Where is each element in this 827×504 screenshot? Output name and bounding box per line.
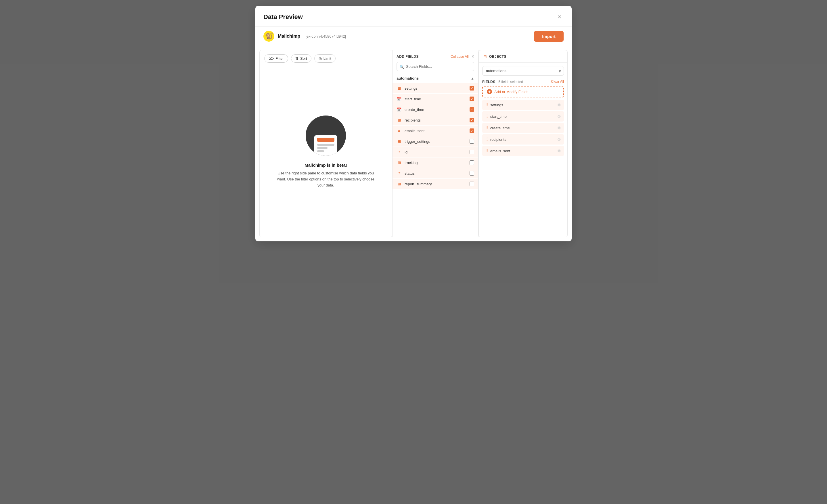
selected-field-create-time: ⠿ create_time ⊗ — [482, 123, 564, 133]
grid-icon: ⊞ — [483, 54, 487, 59]
add-fields-close-button[interactable]: × — [472, 54, 474, 59]
modal-subheader: 🐒 Mailchimp [ex-conn-b458674fd942] Impor… — [255, 27, 572, 46]
field-item-id[interactable]: T id — [392, 147, 478, 157]
drag-handle-emails-sent[interactable]: ⠿ — [485, 149, 488, 153]
field-type-status-icon: T — [396, 171, 402, 176]
modal-header: Data Preview × — [255, 6, 572, 27]
limit-icon: ◎ — [319, 56, 322, 61]
field-type-report-icon: ⊞ — [396, 181, 402, 186]
illustration — [306, 115, 346, 156]
field-checkbox-start-time[interactable]: ✓ — [470, 97, 474, 101]
modal-title: Data Preview — [263, 13, 303, 21]
field-item-trigger-settings[interactable]: ⊞ trigger_settings — [392, 136, 478, 147]
field-type-hash-icon: # — [396, 128, 402, 133]
field-item-start-time[interactable]: 📅 start_time ✓ — [392, 93, 478, 104]
objects-title: OBJECTS — [489, 55, 506, 59]
left-toolbar: ⌦ Filter ⇅ Sort ◎ Limit — [260, 50, 392, 67]
field-checkbox-trigger-settings[interactable] — [470, 139, 474, 144]
close-button[interactable]: × — [555, 12, 564, 22]
filter-button[interactable]: ⌦ Filter — [264, 54, 288, 63]
data-preview-modal: Data Preview × 🐒 Mailchimp [ex-conn-b458… — [255, 6, 572, 241]
automations-group-header[interactable]: automations ▲ — [392, 74, 478, 83]
drag-handle-create-time[interactable]: ⠿ — [485, 125, 488, 130]
fields-group: automations ▲ ⊞ settings ✓ 📅 — [392, 74, 478, 237]
fields-count: 5 fields selected — [498, 80, 523, 84]
remove-create-time-button[interactable]: ⊗ — [557, 125, 561, 130]
field-checkbox-status[interactable] — [470, 171, 474, 176]
field-type-calendar-icon: 📅 — [396, 96, 402, 101]
limit-button[interactable]: ◎ Limit — [314, 54, 336, 63]
field-type-id-icon: T — [396, 150, 402, 155]
selected-field-start-time: ⠿ start_time ⊗ — [482, 111, 564, 121]
search-fields-input[interactable] — [396, 62, 474, 71]
remove-start-time-button[interactable]: ⊗ — [557, 114, 561, 119]
objects-panel: ⊞ OBJECTS automations ▾ FIELDS 5 fields … — [479, 50, 568, 237]
modal-overlay: Data Preview × 🐒 Mailchimp [ex-conn-b458… — [0, 0, 827, 504]
field-type-trigger-icon: ⊞ — [396, 139, 402, 144]
field-checkbox-create-time[interactable]: ✓ — [470, 107, 474, 112]
search-fields-wrapper: 🔍 — [396, 62, 474, 71]
empty-state-description: Use the right side pane to customise whi… — [277, 170, 375, 188]
search-icon: 🔍 — [399, 64, 404, 69]
add-fields-title: ADD FIELDS — [396, 55, 419, 59]
group-name: automations — [396, 76, 419, 80]
plus-circle-icon: + — [487, 89, 492, 94]
connection-id: [ex-conn-b458674fd942] — [305, 34, 346, 39]
field-checkbox-settings[interactable]: ✓ — [470, 86, 474, 91]
field-item-emails-sent[interactable]: # emails_sent ✓ — [392, 125, 478, 136]
empty-state-title: Mailchimp is in beta! — [304, 163, 347, 168]
add-fields-header: ADD FIELDS Collapse All × — [392, 50, 478, 62]
field-type-settings-icon: ⊞ — [396, 86, 402, 91]
modal-body: ⌦ Filter ⇅ Sort ◎ Limit — [255, 46, 572, 241]
selected-field-recipients: ⠿ recipients ⊗ — [482, 134, 564, 145]
field-checkbox-id[interactable] — [470, 150, 474, 154]
add-fields-panel: ADD FIELDS Collapse All × 🔍 automations … — [392, 50, 479, 237]
filter-icon: ⌦ — [269, 56, 274, 61]
selected-fields-list: ⠿ settings ⊗ ⠿ start_time ⊗ — [479, 100, 567, 156]
field-item-status[interactable]: T status — [392, 168, 478, 178]
import-button[interactable]: Import — [534, 31, 564, 42]
field-item-report-summary[interactable]: ⊞ report_summary — [392, 178, 478, 189]
selected-field-emails-sent: ⠿ emails_sent ⊗ — [482, 146, 564, 156]
fields-section: FIELDS 5 fields selected Clear All — [479, 75, 567, 86]
field-item-tracking[interactable]: ⊞ tracking — [392, 157, 478, 168]
field-item-create-time[interactable]: 📅 create_time ✓ — [392, 104, 478, 115]
connection-name: Mailchimp — [278, 34, 300, 39]
field-checkbox-recipients[interactable]: ✓ — [470, 118, 474, 122]
collapse-all-button[interactable]: Collapse All — [451, 55, 469, 59]
field-type-recipients-icon: ⊞ — [396, 117, 402, 123]
objects-dropdown[interactable]: automations — [482, 66, 564, 75]
objects-select-wrapper: automations ▾ — [482, 66, 564, 75]
left-content: Mailchimp is in beta! Use the right side… — [260, 67, 392, 237]
drag-handle-recipients[interactable]: ⠿ — [485, 137, 488, 142]
drag-handle-settings[interactable]: ⠿ — [485, 103, 488, 107]
selected-field-settings: ⠿ settings ⊗ — [482, 100, 564, 110]
chevron-up-icon: ▲ — [471, 76, 474, 80]
drag-handle-start-time[interactable]: ⠿ — [485, 114, 488, 119]
objects-header: ⊞ OBJECTS — [479, 50, 567, 63]
field-item-recipients[interactable]: ⊞ recipients ✓ — [392, 115, 478, 125]
field-checkbox-emails-sent[interactable]: ✓ — [470, 128, 474, 133]
add-modify-fields-button[interactable]: + Add or Modify Fields — [482, 86, 564, 97]
mailchimp-icon: 🐒 — [263, 31, 274, 42]
clear-all-button[interactable]: Clear All — [551, 79, 564, 83]
remove-emails-sent-button[interactable]: ⊗ — [557, 148, 561, 154]
sort-icon: ⇅ — [295, 56, 298, 61]
sort-button[interactable]: ⇅ Sort — [291, 54, 311, 63]
fields-label: FIELDS — [482, 80, 495, 84]
field-type-tracking-icon: ⊞ — [396, 160, 402, 165]
remove-settings-button[interactable]: ⊗ — [557, 102, 561, 107]
field-type-calendar2-icon: 📅 — [396, 107, 402, 112]
field-checkbox-report-summary[interactable] — [470, 182, 474, 186]
field-checkbox-tracking[interactable] — [470, 160, 474, 165]
connection-info: 🐒 Mailchimp [ex-conn-b458674fd942] — [263, 31, 346, 42]
remove-recipients-button[interactable]: ⊗ — [557, 137, 561, 142]
field-item-settings[interactable]: ⊞ settings ✓ — [392, 83, 478, 93]
left-panel: ⌦ Filter ⇅ Sort ◎ Limit — [259, 50, 392, 237]
